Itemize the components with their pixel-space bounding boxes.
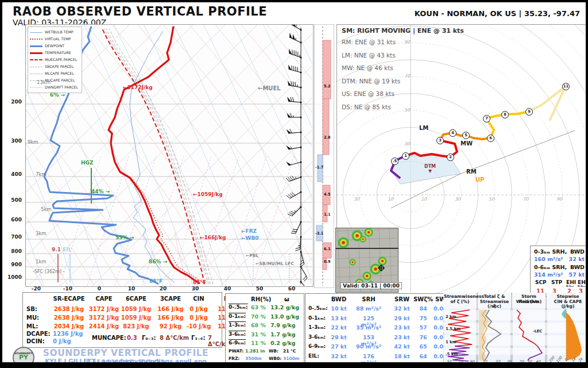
legend-line-swatch bbox=[30, 52, 42, 54]
thermo-table: SR-ECAPECAPE6CAPE3CAPECINLCL SB:2638 J/k… bbox=[22, 292, 222, 348]
temp-tick: 40 bbox=[222, 286, 233, 292]
srh-0-6-label: 0-6ₖₘ SRH, bbox=[534, 264, 567, 270]
legend-line-swatch bbox=[30, 39, 42, 40]
legend-item: MUECAPE PARCEL bbox=[30, 56, 78, 63]
pressure-tick: 500 bbox=[7, 197, 22, 203]
storm-motion-list: RM: ENE @ 31 ktsLM: NNE @ 43 ktsMW: NE @… bbox=[342, 36, 400, 113]
mini-chart-tick: .05 bbox=[504, 359, 513, 364]
ann-hgz: HGZ bbox=[81, 160, 93, 166]
height-label: 3km bbox=[36, 231, 47, 236]
legend-item: VIRTUAL TEMP bbox=[30, 36, 78, 43]
moisture-table: RH(%) ω 0-.5ₖₘ:63 %13.2 g/kg0-1ₖₘ:70 %13… bbox=[225, 293, 304, 365]
moisture-row-label: 3-6ₖₘ: bbox=[229, 331, 246, 337]
mini-chart-tick: .01 bbox=[480, 359, 489, 364]
kinematics-row-label: 3-6ₖₘ: bbox=[308, 334, 326, 340]
layer-bar-value: -3.1 bbox=[315, 231, 324, 236]
storm-motion-entry: US: ENE @ 38 kts bbox=[342, 87, 400, 101]
layer-bar-value: -1.7 bbox=[315, 165, 323, 170]
ring-label: 70 bbox=[523, 197, 528, 202]
wb-label: WB: bbox=[269, 348, 278, 354]
legend-line-swatch bbox=[30, 67, 42, 67]
ann-81f: 81°F bbox=[193, 279, 206, 285]
bwd-0-6-value: 57 kt bbox=[569, 271, 585, 278]
gamma-3-6-label: Γ₃₋₆: bbox=[191, 335, 205, 341]
thermo-value: -10 J/kg bbox=[181, 323, 216, 329]
mini-chart-height-label: 2 km bbox=[446, 315, 457, 319]
storm-motion-entry: DTM: NNE @ 19 kts bbox=[342, 75, 400, 88]
pressure-tick: 600 bbox=[7, 217, 22, 223]
index-header: STP bbox=[551, 279, 562, 285]
ann-pbl: ←PBL bbox=[246, 253, 258, 258]
srh-0-3-label: 0-3ₖₘ SRH, bbox=[534, 248, 567, 255]
srh-0-6-value: 314 m²/s² bbox=[534, 271, 563, 278]
mini-chart-title: (/sec) bbox=[478, 304, 510, 309]
bwd-0-6-label: BWD bbox=[570, 264, 585, 270]
kinematics-value: 10 kt bbox=[325, 305, 353, 312]
height-label: 1km bbox=[36, 259, 47, 264]
ring-label: 30 bbox=[404, 141, 410, 147]
rh-value: 31 % bbox=[251, 331, 266, 338]
srh-0-3-value: 160 m²/s² bbox=[534, 256, 563, 262]
layer-bar bbox=[323, 99, 329, 155]
layer-bar-value: 5.2 bbox=[324, 84, 331, 89]
legend-line-swatch bbox=[30, 45, 42, 47]
temp-tick: 30 bbox=[189, 286, 201, 292]
bwd-0-3-value: 32 kt bbox=[569, 256, 585, 262]
ann-1059: ←1059J/kg bbox=[193, 191, 223, 197]
legend-item: DEWPOINT bbox=[30, 43, 78, 49]
thermo-row-label: SB: bbox=[26, 306, 37, 312]
legend-line-swatch bbox=[30, 32, 42, 33]
dcape-label: DCAPE: bbox=[26, 331, 51, 337]
pwat-value: 1.281 in bbox=[245, 348, 265, 354]
temp-tick: 60 bbox=[286, 286, 297, 292]
storm-motion-entry: RM: ENE @ 31 kts bbox=[342, 36, 400, 49]
pressure-tick: 300 bbox=[7, 138, 22, 144]
layer-bar-value: 6.1 bbox=[324, 247, 331, 251]
dcin-value: 0 J/kg bbox=[53, 338, 71, 344]
legend-item-label: VIRTUAL TEMP bbox=[45, 36, 71, 43]
skewt-legend: WETBULB TEMPVIRTUAL TEMPDEWPOINTTEMPERAT… bbox=[28, 26, 82, 93]
pwat-label: PWAT: bbox=[229, 348, 243, 354]
thermo-header: SR-ECAPE bbox=[52, 296, 86, 302]
mini-chart-height-label: .5 km bbox=[446, 352, 458, 356]
sounderpy-report: RAOB OBSERVED VERTICAL PROFILE VALID: 03… bbox=[0, 0, 588, 368]
hodo-info-box: 0-3ₖₘ SRH, BWD 160 m²/s² 32 kt 0-6ₖₘ SRH… bbox=[530, 246, 588, 297]
ann-166: ←166J/kg bbox=[200, 235, 226, 240]
mini-chart-tick: 30 bbox=[525, 359, 534, 364]
ann-44pct: 44% → bbox=[91, 189, 110, 194]
dcape-value: 1236 J/kg bbox=[53, 331, 83, 337]
legend-item: WETBULB TEMP bbox=[30, 29, 78, 36]
ring-label: 50 bbox=[489, 197, 494, 202]
frz-label: FRZ: bbox=[229, 356, 239, 361]
ann-3172: ←3172J/kg bbox=[123, 85, 153, 90]
thermo-row-label: MU: bbox=[26, 315, 39, 321]
hodo-marker-1: 1 bbox=[402, 152, 409, 160]
pressure-tick: 1000 bbox=[7, 274, 22, 280]
temp-tick: -10 bbox=[62, 286, 74, 292]
muncape-label: MUNCAPE: bbox=[92, 335, 126, 341]
legend-item: MLCAPE PARCEL bbox=[30, 70, 78, 77]
ring-label: 10 bbox=[388, 197, 393, 202]
mini-chart-extra-label: -LEC bbox=[533, 329, 542, 334]
gamma-0-3-label: Γ₀₋₃: bbox=[142, 335, 156, 341]
wb0-label: WB0: bbox=[269, 356, 281, 361]
kinematics-header: BWD bbox=[325, 296, 353, 302]
mini-chart-title: Wind (kts) bbox=[513, 300, 545, 305]
legend-line-swatch bbox=[30, 74, 42, 74]
moisture-row-label: 1-3ₖₘ: bbox=[229, 322, 246, 328]
hodo-label-up: UP bbox=[475, 177, 484, 183]
ring-label: 50 bbox=[404, 108, 410, 113]
ann-65f: 65°F bbox=[149, 278, 163, 284]
pressure-tick: 200 bbox=[7, 99, 22, 105]
page-title: RAOB OBSERVED VERTICAL PROFILE bbox=[13, 5, 267, 18]
kinematics-value: 176 m²/s² bbox=[355, 353, 382, 366]
bwd-0-3-label: BWD bbox=[570, 248, 585, 255]
legend-item-label: TEMPERATURE bbox=[45, 49, 71, 56]
mini-chart-tick: 70 bbox=[456, 359, 465, 364]
mini-chart-tick: 40 bbox=[533, 359, 543, 364]
kinematics-row-label: EIL: bbox=[308, 353, 319, 359]
mixing-ratio-value: 7.9 g/kg bbox=[270, 322, 296, 328]
mini-chart-tick: 50 bbox=[444, 359, 454, 364]
rh-column-header: RH(%) bbox=[251, 296, 271, 302]
footer-credit: KYLE J GILLETT | sounderpysoundings.anvi… bbox=[37, 358, 215, 365]
